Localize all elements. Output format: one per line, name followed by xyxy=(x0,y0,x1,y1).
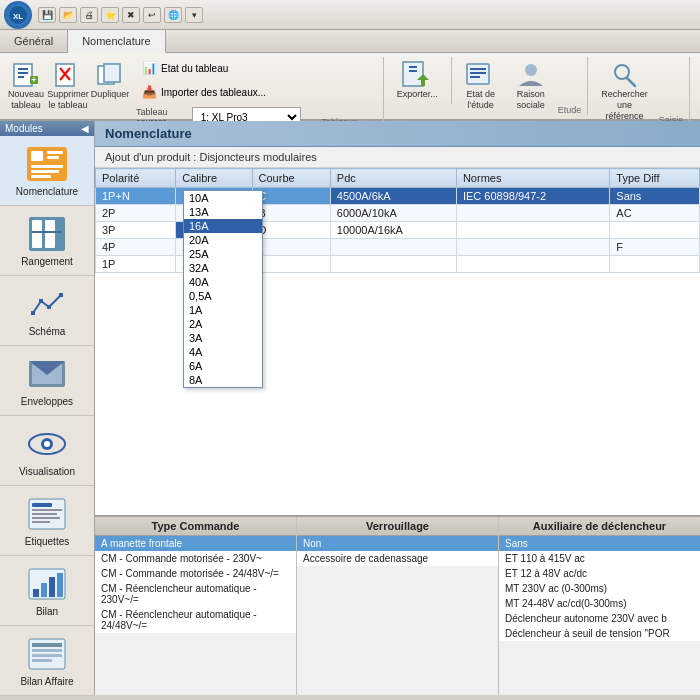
sidebar-item-schema-label: Schéma xyxy=(29,326,66,337)
svg-rect-12 xyxy=(104,64,120,82)
calibre-option[interactable]: 10A xyxy=(184,191,262,205)
bottom-list-item[interactable]: CM - Réenclencheur automatique - 230V~/= xyxy=(95,581,296,607)
toolbar-icon-5[interactable]: ✖ xyxy=(122,7,140,23)
svg-point-21 xyxy=(525,64,537,76)
toolbar-icon-8[interactable]: ▾ xyxy=(185,7,203,23)
raison-sociale-button[interactable]: Raison sociale xyxy=(508,57,554,115)
toolbar-icon-6[interactable]: ↩ xyxy=(143,7,161,23)
bottom-list-item[interactable]: Sans xyxy=(499,536,700,551)
enveloppes-icon xyxy=(23,354,71,394)
calibre-option[interactable]: 13A xyxy=(184,205,262,219)
header-polarite: Polarité xyxy=(96,169,176,188)
svg-point-50 xyxy=(44,441,50,447)
sidebar-header-label: Modules xyxy=(5,123,43,134)
calibre-option[interactable]: 0,5A xyxy=(184,289,262,303)
rechercher-reference-label: Rechercher une référence xyxy=(601,89,648,121)
calibre-option[interactable]: 16A xyxy=(184,219,262,233)
ribbon: + Nouveau tableau Supprimer le tableau xyxy=(0,53,700,121)
calibre-option[interactable]: 1A xyxy=(184,303,262,317)
svg-rect-65 xyxy=(32,654,62,657)
calibre-option[interactable]: 4A xyxy=(184,345,262,359)
bottom-list-item[interactable]: CM - Commande motorisée - 24/48V~/= xyxy=(95,566,296,581)
calibre-option[interactable]: 2A xyxy=(184,317,262,331)
dupliquer-button[interactable]: Dupliquer xyxy=(90,57,130,104)
ribbon-small-group: 📊 Etat du tableau 📥 Importer des tableau… xyxy=(136,57,301,127)
etiquettes-icon xyxy=(23,494,71,534)
etat-tableau-button[interactable]: 📊 Etat du tableau xyxy=(136,57,301,79)
sidebar-item-schema[interactable]: Schéma xyxy=(0,276,94,346)
svg-rect-54 xyxy=(32,513,57,515)
svg-rect-28 xyxy=(47,151,63,154)
toolbar-icon-7[interactable]: 🌐 xyxy=(164,7,182,23)
nouveau-tableau-icon: + xyxy=(10,61,42,89)
tab-nomenclature[interactable]: Nomenclature xyxy=(68,30,165,53)
app-logo: XL xyxy=(4,1,32,29)
bottom-list-item[interactable]: A manette frontale xyxy=(95,536,296,551)
sidebar-item-bilan-label: Bilan xyxy=(36,606,58,617)
bottom-list-item[interactable]: ET 12 à 48V ac/dc xyxy=(499,566,700,581)
bottom-list-item[interactable]: Déclencheur à seuil de tension "POR xyxy=(499,626,700,641)
bottom-list-item[interactable]: MT 24-48V ac/cd(0-300ms) xyxy=(499,596,700,611)
svg-rect-4 xyxy=(18,72,28,74)
svg-rect-18 xyxy=(470,68,486,70)
auxiliaire-header: Auxiliaire de déclencheur xyxy=(499,517,700,536)
rechercher-reference-button[interactable]: Rechercher une référence xyxy=(594,57,655,125)
svg-rect-5 xyxy=(18,76,24,78)
sidebar-collapse-icon[interactable]: ◀ xyxy=(81,123,89,134)
svg-rect-30 xyxy=(31,165,63,168)
sidebar-item-enveloppes[interactable]: Enveloppes xyxy=(0,346,94,416)
svg-rect-14 xyxy=(409,66,417,68)
bottom-list-item[interactable]: Déclencheur autonome 230V avec b xyxy=(499,611,700,626)
ribbon-group-import-etude: Import. étude XLP xyxy=(696,57,700,125)
bottom-list-item[interactable]: MT 230V ac (0-300ms) xyxy=(499,581,700,596)
etat-tableau-icon: 📊 xyxy=(141,60,157,76)
importer-tableaux-label: Importer des tableaux... xyxy=(161,87,266,98)
calibre-option[interactable]: 32A xyxy=(184,261,262,275)
ribbon-group-exporter: Exporter... xyxy=(390,57,452,104)
importer-tableaux-button[interactable]: 📥 Importer des tableaux... xyxy=(136,81,301,103)
svg-rect-41 xyxy=(31,311,35,315)
bottom-list-item[interactable]: CM - Commande motorisée - 230V~ xyxy=(95,551,296,566)
sidebar-item-nomenclature[interactable]: Nomenclature xyxy=(0,136,94,206)
calibre-option[interactable]: 40A xyxy=(184,275,262,289)
toolbar-icon-1[interactable]: 💾 xyxy=(38,7,56,23)
bottom-list-item[interactable]: CM - Réenclencheur automatique - 24/48V~… xyxy=(95,607,296,633)
sidebar-item-visualisation[interactable]: Visualisation xyxy=(0,416,94,486)
importer-etude-button[interactable]: Import. étude XLP xyxy=(696,57,700,125)
calibre-option[interactable]: 6A xyxy=(184,359,262,373)
sidebar-header: Modules ◀ xyxy=(0,121,94,136)
svg-rect-59 xyxy=(41,583,47,597)
tab-general[interactable]: Général xyxy=(0,30,68,52)
svg-rect-20 xyxy=(470,76,480,78)
toolbar-icon-2[interactable]: 📂 xyxy=(59,7,77,23)
sidebar-item-bilan-affaire[interactable]: Bilan Affaire xyxy=(0,626,94,696)
bottom-col-auxiliaire: Auxiliaire de déclencheur SansET 110 à 4… xyxy=(499,517,700,695)
bottom-list-item[interactable]: Accessoire de cadenassage xyxy=(297,551,498,566)
sidebar-item-etiquettes[interactable]: Etiquettes xyxy=(0,486,94,556)
calibre-dropdown[interactable]: 10A13A16A20A25A32A40A0,5A1A2A3A4A6A8A xyxy=(183,190,263,388)
sidebar-item-etiquettes-label: Etiquettes xyxy=(25,536,69,547)
ribbon-group-etude: Etat de l'étude Raison sociale Etude xyxy=(458,57,589,115)
raison-sociale-icon xyxy=(515,61,547,89)
etat-etude-button[interactable]: Etat de l'étude xyxy=(458,57,504,115)
sidebar-item-rangement[interactable]: Rangement xyxy=(0,206,94,276)
content-subtitle: Ajout d'un produit : Disjoncteurs modula… xyxy=(95,147,700,168)
nouveau-tableau-button[interactable]: + Nouveau tableau xyxy=(6,57,46,115)
calibre-option[interactable]: 8A xyxy=(184,373,262,387)
header-pdc: Pdc xyxy=(330,169,456,188)
sidebar-item-bilan[interactable]: Bilan xyxy=(0,556,94,626)
bottom-list-item[interactable]: ET 110 à 415V ac xyxy=(499,551,700,566)
toolbar-icon-3[interactable]: 🖨 xyxy=(80,7,98,23)
exporter-button[interactable]: Exporter... xyxy=(390,57,445,104)
bottom-list-item[interactable]: Non xyxy=(297,536,498,551)
calibre-option[interactable]: 20A xyxy=(184,233,262,247)
calibre-option[interactable]: 25A xyxy=(184,247,262,261)
etat-etude-icon xyxy=(465,61,497,89)
supprimer-tableau-button[interactable]: Supprimer le tableau xyxy=(48,57,88,115)
type-commande-items: A manette frontaleCM - Commande motorisé… xyxy=(95,536,296,633)
header-courbe: Courbe xyxy=(252,169,330,188)
calibre-option[interactable]: 3A xyxy=(184,331,262,345)
top-bar: XL 💾 📂 🖨 ⭐ ✖ ↩ 🌐 ▾ xyxy=(0,0,700,30)
toolbar-icon-4[interactable]: ⭐ xyxy=(101,7,119,23)
type-commande-header: Type Commande xyxy=(95,517,296,536)
